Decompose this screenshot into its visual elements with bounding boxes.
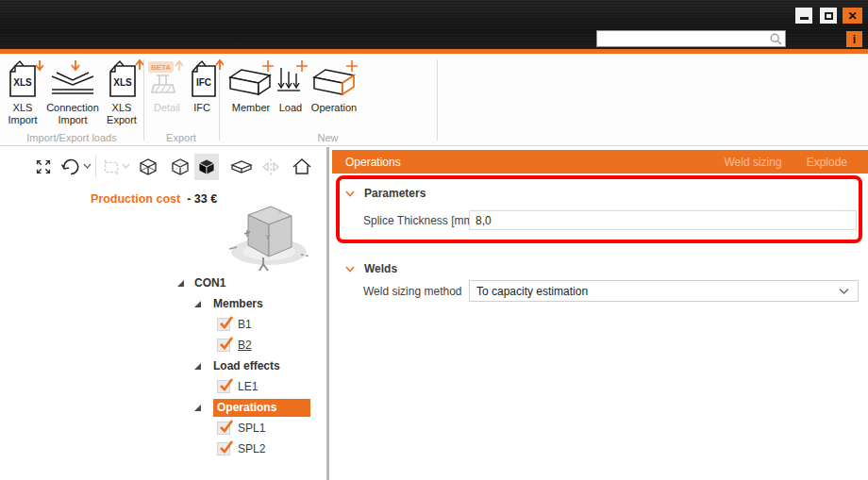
tree-node-b1[interactable]: B1 [0, 314, 325, 335]
ribbon-group-label: Import/Export loads [0, 132, 143, 143]
ribbon-item-label: Load [275, 102, 306, 114]
tree-node-label[interactable]: SPL2 [238, 442, 265, 455]
ribbon-item-label: Detail [146, 102, 188, 114]
cube-wireframe-button[interactable] [136, 154, 160, 180]
connection-icon [43, 58, 102, 102]
ribbon-item-label: IFC [186, 102, 218, 114]
home-view-icon [291, 156, 313, 178]
new-load-button[interactable]: Load [275, 58, 306, 114]
weld-sizing-method-select[interactable]: To capacity estimation [469, 280, 859, 302]
checkbox-checked[interactable] [217, 339, 230, 352]
ribbon-item-label: Export [102, 114, 142, 126]
section-crop-button [99, 154, 124, 180]
tree-node-label[interactable]: SPL1 [238, 422, 265, 435]
checkbox-checked[interactable] [217, 318, 230, 331]
tree-node-label[interactable]: LE1 [238, 380, 258, 393]
tree-node-load-effects[interactable]: Load effects [0, 356, 325, 376]
operations-panel-header: Operations Weld sizing Explode [332, 150, 868, 174]
expand-triangle-icon[interactable] [194, 405, 201, 411]
ribbon-item-label: XLS [2, 102, 43, 114]
tree-node-label[interactable]: B2 [238, 339, 252, 352]
production-cost: Production cost - 33 € [91, 192, 217, 206]
production-cost-value: - 33 € [184, 192, 217, 206]
tree-node-con1[interactable]: CON1 [0, 273, 325, 293]
rotate-view-button[interactable] [58, 154, 83, 180]
tree-node-b2[interactable]: B2 [0, 335, 325, 356]
cube-hidden-lines-icon [169, 156, 192, 178]
minimize-button[interactable] [795, 8, 812, 24]
titlebar: ✕ i [0, 0, 868, 49]
tree-node-label[interactable]: Operations [213, 399, 310, 417]
checkbox-checked[interactable] [217, 442, 230, 455]
connection-import-button[interactable]: Connection Import [43, 58, 102, 126]
view-toolbar [0, 151, 326, 183]
fit-view-icon [33, 157, 54, 177]
search-icon [770, 33, 782, 45]
ribbon-item-label: Import [43, 114, 102, 126]
ifc-file-icon: IFC [186, 58, 224, 102]
weld-sizing-button[interactable]: Weld sizing [724, 156, 781, 169]
tree-node-label[interactable]: Members [213, 297, 263, 310]
checkbox-checked[interactable] [217, 422, 230, 435]
rotate-dropdown-chevron[interactable] [83, 163, 92, 170]
new-operation-button[interactable]: Operation [306, 58, 362, 114]
fit-view-button[interactable] [31, 154, 56, 180]
chevron-down-icon [839, 288, 849, 295]
open-box-button[interactable] [229, 154, 254, 180]
ribbon-item-label: Operation [306, 102, 362, 114]
tree-node-spl1[interactable]: SPL1 [0, 418, 325, 439]
ifc-export-button[interactable]: IFC IFC [186, 58, 218, 114]
welds-section-header[interactable]: Welds [345, 262, 397, 275]
section-crop-icon [101, 157, 122, 177]
panel-splitter[interactable] [326, 147, 329, 480]
svg-text:z: z [278, 207, 282, 214]
checkbox-checked[interactable] [217, 380, 230, 393]
red-annotation-rectangle [336, 175, 862, 243]
panel-title: Operations [345, 156, 401, 169]
tree-node-le1[interactable]: LE1 [0, 376, 325, 397]
detail-beta-icon: BETA [146, 58, 188, 102]
close-button[interactable]: ✕ [843, 8, 862, 24]
explode-button[interactable]: Explode [807, 156, 847, 169]
xls-file-icon: XLS [102, 58, 143, 102]
xls-import-button[interactable]: XLS XLS Import [2, 58, 43, 126]
expand-triangle-icon[interactable] [194, 301, 201, 307]
svg-text:Y: Y [265, 233, 271, 241]
tree-node-operations-selected[interactable]: Operations [0, 397, 325, 418]
tree-node-members[interactable]: Members [0, 293, 325, 314]
mirror-view-icon [259, 156, 282, 178]
expand-triangle-icon[interactable] [194, 363, 201, 370]
svg-text:IFC: IFC [196, 77, 211, 88]
splice-thickness-label: Splice Thickness [mm] [363, 214, 476, 227]
svg-text:BETA: BETA [151, 63, 171, 72]
svg-text:XLS: XLS [13, 77, 32, 88]
info-button[interactable]: i [846, 31, 862, 47]
parameters-section-header[interactable]: Parameters [345, 187, 426, 200]
info-icon: i [853, 33, 856, 46]
new-member-button[interactable]: Member [225, 58, 277, 114]
search-input[interactable] [597, 33, 770, 44]
cube-solid-icon [195, 156, 218, 178]
search-box [596, 30, 786, 47]
open-box-icon [229, 156, 254, 178]
tree-node-label[interactable]: CON1 [194, 276, 225, 290]
tree-node-label[interactable]: Load effects [213, 359, 280, 372]
weld-sizing-method-label: Weld sizing method [363, 285, 462, 298]
ribbon-item-label: XLS [102, 102, 142, 114]
section-title: Parameters [364, 187, 426, 200]
navigation-cube[interactable]: Y z [222, 198, 316, 277]
tree-node-spl2[interactable]: SPL2 [0, 439, 325, 459]
ribbon-item-label: Connection [43, 102, 102, 114]
production-cost-label: Production cost [91, 192, 180, 206]
viewbar-separator [95, 156, 96, 178]
ribbon-toolbar: XLS XLS Import Connection Import XLS XLS… [0, 54, 868, 146]
tree-node-label[interactable]: B1 [238, 318, 252, 331]
expand-triangle-icon[interactable] [177, 280, 184, 287]
xls-export-button[interactable]: XLS XLS Export [102, 58, 142, 126]
cube-solid-button[interactable] [194, 154, 219, 180]
splice-thickness-input[interactable] [469, 210, 857, 230]
detail-button: BETA Detail [146, 58, 188, 114]
cube-hidden-lines-button[interactable] [168, 154, 192, 180]
home-view-button[interactable] [290, 154, 314, 180]
maximize-button[interactable] [820, 8, 837, 24]
